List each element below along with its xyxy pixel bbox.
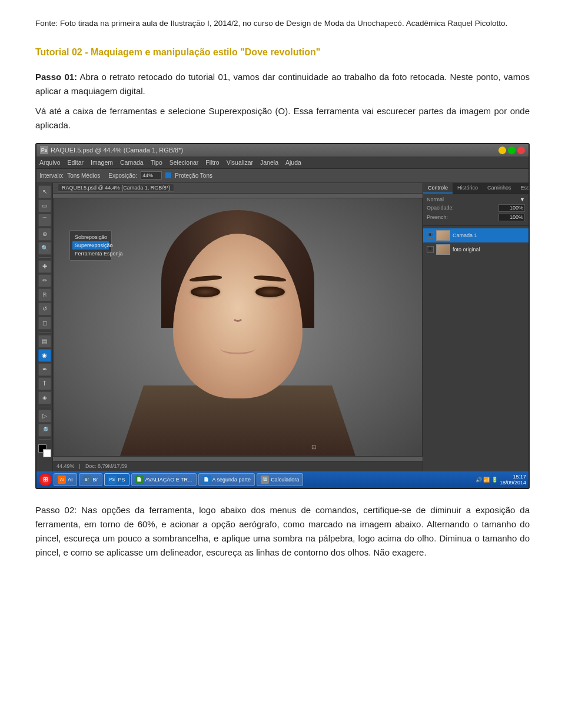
menu-visualizar[interactable]: Visualizar xyxy=(227,159,253,166)
ps-taskbar-calculadora[interactable]: 🔢 Calculadora xyxy=(257,473,303,486)
opt-aerografo-checkbox[interactable] xyxy=(165,172,171,178)
ps-start-button[interactable]: ⊞ xyxy=(39,473,52,486)
ps-maximize-btn[interactable] xyxy=(508,147,516,154)
ps-panel-tab-historico[interactable]: Histórico xyxy=(453,183,483,194)
ps-opacity-value: 100% xyxy=(510,205,523,211)
ps-layer-2-eye[interactable]: 👁 xyxy=(427,246,434,253)
tool-text[interactable]: T xyxy=(38,377,51,390)
ps-fill-label: Preench: xyxy=(427,214,448,220)
ps-layers-panel: 👁 Camada 1 👁 foto original xyxy=(423,226,529,471)
tool-history[interactable]: ↺ xyxy=(38,302,51,315)
tool-pen[interactable]: ✒ xyxy=(38,363,51,376)
screenshot-container: Ps RAQUEI.5.psd @ 44.4% (Camada 1, RGB/8… xyxy=(35,143,530,489)
step2-paragraph: Passo 02: Nas opções da ferramenta, logo… xyxy=(35,503,530,560)
ps-minimize-btn[interactable] xyxy=(498,147,506,154)
tool-eraser[interactable]: ◻ xyxy=(38,317,51,330)
ps-essencial-tab[interactable]: Essencial xyxy=(516,183,530,194)
opt-exposicao-label: Exposição: xyxy=(108,172,137,179)
tool-clone[interactable]: ⎘ xyxy=(38,288,51,301)
menu-ajuda[interactable]: Ajuda xyxy=(285,159,301,166)
photo-right-eyebrow xyxy=(254,274,286,282)
ps-taskbar-avaliacao[interactable]: 📄 AVALIAÇÃO E TR... xyxy=(131,473,197,486)
ps-layer-2-thumb xyxy=(436,244,450,255)
photo-left-eye xyxy=(191,287,220,297)
ps-systray-icons: 🔊 📶 🔋 xyxy=(476,477,498,483)
ps-window-title: RAQUEI.5.psd @ 44.4% (Camada 1, RGB/8*) xyxy=(51,147,183,154)
popout-sobrepor[interactable]: Sobreposição xyxy=(72,233,109,241)
step1-paragraph2: Vá até a caixa de ferramentas e selecion… xyxy=(35,104,530,132)
popout-esponja[interactable]: Ferramenta Esponja xyxy=(72,250,109,258)
ps-corner-resize[interactable]: ⊡ xyxy=(311,444,317,450)
menu-janela[interactable]: Janela xyxy=(260,159,278,166)
tool-path[interactable]: ◈ xyxy=(38,391,51,404)
tool-heal[interactable]: ✚ xyxy=(38,260,51,273)
menu-editar[interactable]: Editar xyxy=(68,159,84,166)
menu-selecionar[interactable]: Selecionar xyxy=(170,159,199,166)
menu-filtro[interactable]: Filtro xyxy=(205,159,219,166)
ps-layer-2[interactable]: 👁 foto original xyxy=(423,242,529,257)
ps-segunda-parte-label: A segunda parte xyxy=(212,477,251,483)
menu-imagem[interactable]: Imagem xyxy=(91,159,113,166)
ps-opacity-row: Opacidade: 100% xyxy=(427,204,525,212)
ps-opacity-input[interactable]: 100% xyxy=(498,204,525,212)
ps-app-icon: Ps xyxy=(40,146,48,154)
tutorial-title: Tutorial 02 - Maquiagem e manipulação es… xyxy=(35,46,530,59)
step1-label: Passo 01: xyxy=(35,72,77,82)
menu-tipo[interactable]: Tipo xyxy=(151,159,162,166)
step1-body: Abra o retrato retocado do tutorial 01, … xyxy=(35,72,530,96)
ps-background-color[interactable] xyxy=(43,449,51,457)
ps-doc-tab: RAQUEI.5.psd @ 44.4% (Camada 1, RGB/8*) xyxy=(53,183,423,194)
tool-shape[interactable]: ▷ xyxy=(38,410,51,423)
ps-layer-2-name: foto original xyxy=(453,247,525,252)
ps-normal-value: ▼ xyxy=(520,197,525,202)
ps-br-icon: Br xyxy=(83,476,91,484)
ps-panel-color-section: Normal ▼ Opacidade: 100% Preench: 100% xyxy=(423,194,529,226)
ps-layer-1-eye[interactable]: 👁 xyxy=(427,232,434,239)
ps-options-bar: Intervalo: Tons Médios Exposição: 44% Pr… xyxy=(36,169,529,183)
tool-zoom[interactable]: 🔎 xyxy=(38,424,51,437)
ps-doc-tab-item[interactable]: RAQUEI.5.psd @ 44.4% (Camada 1, RGB/8*) xyxy=(58,184,174,192)
ps-ps-icon: PS xyxy=(108,476,117,484)
ps-ai-icon: Ai xyxy=(58,476,66,484)
ps-menubar: Arquivo Editar Imagem Camada Tipo Seleci… xyxy=(36,157,529,169)
tool-move[interactable]: ↖ xyxy=(38,185,51,198)
ps-time: 15:17 xyxy=(500,474,526,480)
tool-dodge[interactable]: ◉ xyxy=(38,349,51,362)
tool-separator-3 xyxy=(39,407,51,407)
photo-left-cheek xyxy=(182,298,205,313)
ps-clock: 15:17 18/09/2014 xyxy=(500,474,526,486)
ps-taskbar-segunda-parte[interactable]: 📄 A segunda parte xyxy=(198,473,255,486)
step1-paragraph: Passo 01: Abra o retrato retocado do tut… xyxy=(35,70,530,98)
tool-gradient[interactable]: ▤ xyxy=(38,335,51,348)
ps-layer-1[interactable]: 👁 Camada 1 xyxy=(423,228,529,242)
tool-brush[interactable]: ✏ xyxy=(38,274,51,287)
tool-marquee[interactable]: ▭ xyxy=(38,200,51,212)
ps-color-boxes xyxy=(38,444,51,457)
ps-panel-tabbar: Controle Histórico Caminhos Essencial xyxy=(423,183,529,194)
tool-lasso[interactable]: ⌒ xyxy=(38,214,51,227)
ps-zoom-status: 44.49% xyxy=(56,463,75,469)
ps-layer-1-thumb xyxy=(436,230,450,241)
ps-taskbar-ai[interactable]: Ai AI xyxy=(54,473,77,486)
menu-arquivo[interactable]: Arquivo xyxy=(39,159,61,166)
tool-eyedrop[interactable]: 🔍 xyxy=(38,242,51,255)
ps-canvas-area: Sobreposição Superexposição Ferramenta E… xyxy=(53,183,423,471)
opt-tons-value: Tons Médios xyxy=(67,172,100,179)
ps-taskbar-br[interactable]: Br Br xyxy=(79,473,102,486)
ps-panel-tab-controle[interactable]: Controle xyxy=(423,183,453,194)
tool-crop[interactable]: ⊕ xyxy=(38,228,51,241)
source-text: Fonte: Foto tirada na primeira aula de I… xyxy=(35,18,530,29)
ps-toolbox: ↖ ▭ ⌒ ⊕ 🔍 ✚ ✏ ⎘ ↺ ◻ ▤ ◉ ✒ T ◈ ▷ 🔎 xyxy=(36,183,53,471)
ps-right-panel: Controle Histórico Caminhos Essencial No… xyxy=(423,183,529,471)
ps-taskbar-ps[interactable]: PS PS xyxy=(104,473,129,486)
menu-camada[interactable]: Camada xyxy=(120,159,144,166)
ps-layer-1-name: Camada 1 xyxy=(453,232,525,238)
ps-calc-icon: 🔢 xyxy=(261,476,269,484)
ps-panel-tab-caminhos[interactable]: Caminhos xyxy=(483,183,516,194)
opt-exposure-input[interactable]: 44% xyxy=(141,171,162,179)
popout-superexposicao[interactable]: Superexposição xyxy=(72,241,109,250)
ps-fill-input[interactable]: 100% xyxy=(498,214,525,221)
ps-tool-popout: Sobreposição Superexposição Ferramenta E… xyxy=(69,230,112,261)
ps-calculadora-label: Calculadora xyxy=(271,477,299,483)
ps-close-btn[interactable] xyxy=(517,147,525,154)
